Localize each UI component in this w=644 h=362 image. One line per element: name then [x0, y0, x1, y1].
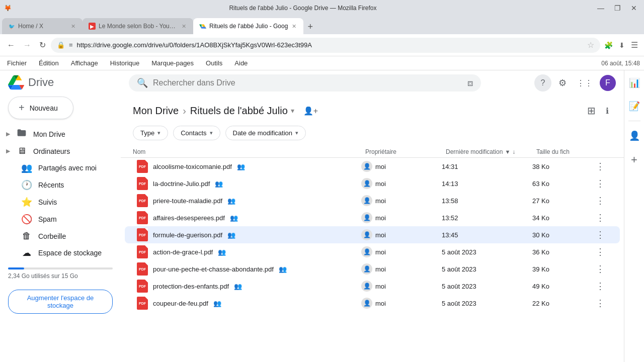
menu-edition[interactable]: Édition — [36, 58, 62, 68]
file-row-1[interactable]: PDF la-doctrine-Julio.pdf 👥 👤 moi 14:13 … — [125, 175, 620, 192]
right-panel-spreadsheet-btn[interactable]: 📊 — [626, 74, 643, 92]
sort-arrow-icon: ↓ — [512, 148, 515, 155]
menu-historique[interactable]: Historique — [107, 58, 143, 68]
col-size[interactable]: Taille du fich — [536, 148, 597, 155]
file-name-cell-0: PDF alcoolisme-toxicomanie.pdf 👥 — [137, 160, 361, 173]
tab-home-x[interactable]: 🐦 Home / X ✕ — [2, 18, 83, 34]
col-modified[interactable]: Dernière modification ▼ ↓ — [446, 148, 536, 155]
more-button-4[interactable]: ⋮ — [593, 228, 608, 241]
col-proprietaire[interactable]: Propriétaire — [365, 148, 446, 155]
tab-youtube[interactable]: ▶ Le Monde selon Bob - YouTu... ✕ — [83, 18, 193, 34]
search-input[interactable] — [153, 78, 462, 87]
refresh-button[interactable]: ↻ — [36, 38, 49, 52]
size-0: 38 Ko — [532, 163, 593, 170]
browser-menu-button[interactable]: ☰ — [629, 38, 640, 52]
help-button[interactable]: ? — [534, 74, 551, 92]
menu-outils[interactable]: Outils — [203, 58, 225, 68]
file-name-5: action-de-grace-l.pdf — [153, 248, 213, 256]
file-row-4[interactable]: PDF formule-de-guerison.pdf 👥 👤 moi 13:4… — [125, 226, 620, 243]
tab-gdrive[interactable]: Rituels de l'abbé Julio - Goog ✕ — [193, 18, 303, 34]
sidebar-item-storage[interactable]: ☁ Espace de stockage — [0, 244, 117, 261]
storage-icon: ☁ — [21, 247, 32, 258]
search-filter-icon[interactable]: ⧈ — [467, 78, 473, 88]
back-button[interactable]: ← — [4, 39, 18, 52]
grid-view-button[interactable]: ⊞ — [584, 102, 599, 120]
shared-icon-3: 👥 — [230, 214, 238, 222]
url-bar[interactable]: 🔒 ≡ https://drive.google.com/drive/u/0/f… — [51, 38, 600, 53]
file-row-7[interactable]: PDF protection-des-enfants.pdf 👥 👤 moi 5… — [125, 278, 620, 295]
owner-avatar-7: 👤 — [361, 281, 372, 292]
user-avatar[interactable]: F — [600, 75, 616, 91]
expand-icon-computers: ▶ — [6, 148, 10, 154]
col-nom[interactable]: Nom — [133, 148, 365, 155]
menu-marque-pages[interactable]: Marque-pages — [148, 58, 197, 68]
extensions-button[interactable]: 🧩 — [602, 38, 615, 52]
tab-label-x: Home / X — [18, 23, 67, 30]
apps-button[interactable]: ⋮⋮ — [574, 75, 596, 91]
more-button-7[interactable]: ⋮ — [593, 280, 608, 293]
more-button-5[interactable]: ⋮ — [593, 245, 608, 258]
sidebar-item-trash[interactable]: 🗑 Corbeille — [0, 228, 117, 244]
folder-icon-my-drive — [16, 128, 27, 140]
menu-affichage[interactable]: Affichage — [68, 58, 101, 68]
info-button[interactable]: ℹ — [603, 103, 612, 119]
file-row-2[interactable]: PDF priere-toute-maladie.pdf 👥 👤 moi 13:… — [125, 192, 620, 209]
right-panel-note-btn[interactable]: 📝 — [626, 98, 643, 115]
forward-button[interactable]: → — [20, 39, 34, 52]
shared-icon-0: 👥 — [237, 163, 245, 170]
filter-contacts-button[interactable]: Contacts ▾ — [173, 126, 220, 140]
date-2: 13:58 — [442, 197, 532, 205]
computer-icon: 🖥 — [16, 146, 27, 156]
size-2: 27 Ko — [532, 197, 593, 205]
search-bar[interactable]: 🔍 ⧈ — [129, 74, 481, 92]
settings-button[interactable]: ⚙ — [555, 74, 570, 92]
right-panel-contacts-btn[interactable]: 👤 — [626, 127, 643, 144]
more-button-1[interactable]: ⋮ — [593, 177, 608, 190]
upgrade-storage-button[interactable]: Augmenter l'espace de stockage — [8, 290, 113, 314]
menu-aide[interactable]: Aide — [231, 58, 251, 68]
more-button-0[interactable]: ⋮ — [593, 160, 608, 173]
bookmark-icon[interactable]: ☆ — [587, 40, 594, 50]
right-panel-plus-btn[interactable]: + — [628, 150, 640, 169]
sidebar-item-spam[interactable]: 🚫 Spam — [0, 211, 117, 228]
maximize-button[interactable]: ❐ — [611, 3, 624, 13]
minimize-button[interactable]: — — [594, 3, 607, 13]
menu-fichier[interactable]: Fichier — [4, 58, 30, 68]
owner-name-2: moi — [375, 197, 386, 205]
file-row-6[interactable]: PDF pour-une-peche-et-chasse-abondante.p… — [125, 260, 620, 278]
file-name-6: pour-une-peche-et-chasse-abondante.pdf — [153, 265, 274, 273]
new-tab-button[interactable]: + — [303, 20, 317, 34]
tab-close-yt[interactable]: ✕ — [181, 22, 187, 31]
new-button[interactable]: + Nouveau — [8, 97, 73, 119]
breadcrumb-chevron-icon[interactable]: ▾ — [291, 107, 294, 115]
filter-date-button[interactable]: Date de modification ▾ — [225, 126, 306, 140]
sidebar-item-shared[interactable]: 👥 Partagés avec moi — [0, 159, 117, 176]
sidebar-item-computers[interactable]: ▶ 🖥 Ordinateurs — [0, 143, 117, 159]
file-row-0[interactable]: PDF alcoolisme-toxicomanie.pdf 👥 👤 moi 1… — [125, 158, 620, 175]
address-bar: ← → ↻ 🔒 ≡ https://drive.google.com/drive… — [0, 34, 644, 56]
breadcrumb-folder-name[interactable]: Rituels de l'abbé Julio — [190, 105, 288, 117]
sidebar-item-my-drive[interactable]: ▶ Mon Drive — [0, 125, 117, 143]
sidebar-item-starred[interactable]: ⭐ Suivis — [0, 194, 117, 211]
file-row-3[interactable]: PDF affaires-desesperees.pdf 👥 👤 moi 13:… — [125, 209, 620, 226]
file-name-cell-8: PDF coupeur-de-feu.pdf 👥 — [137, 297, 361, 310]
close-button[interactable]: ✕ — [628, 3, 640, 13]
share-members-button[interactable]: 👤+ — [300, 103, 321, 119]
more-button-8[interactable]: ⋮ — [593, 297, 608, 310]
tab-close-drive[interactable]: ✕ — [291, 22, 297, 31]
file-row-8[interactable]: PDF coupeur-de-feu.pdf 👥 👤 moi 5 août 20… — [125, 295, 620, 312]
more-button-3[interactable]: ⋮ — [593, 211, 608, 224]
file-row-5[interactable]: PDF action-de-grace-l.pdf 👥 👤 moi 5 août… — [125, 243, 620, 260]
sidebar-label-recent: Récents — [38, 181, 64, 189]
more-button-2[interactable]: ⋮ — [593, 194, 608, 207]
breadcrumb-root[interactable]: Mon Drive — [133, 105, 179, 117]
pdf-icon-2: PDF — [137, 194, 148, 207]
filter-type-button[interactable]: Type ▾ — [133, 126, 168, 140]
sidebar-item-recent[interactable]: 🕐 Récents — [0, 176, 117, 194]
tab-close-x[interactable]: ✕ — [70, 22, 76, 31]
sort-desc-icon: ▼ — [505, 149, 510, 155]
file-name-4: formule-de-guerison.pdf — [153, 231, 222, 239]
more-button-6[interactable]: ⋮ — [593, 262, 608, 276]
size-8: 22 Ko — [532, 300, 593, 307]
downloads-button[interactable]: ⬇ — [617, 38, 627, 52]
